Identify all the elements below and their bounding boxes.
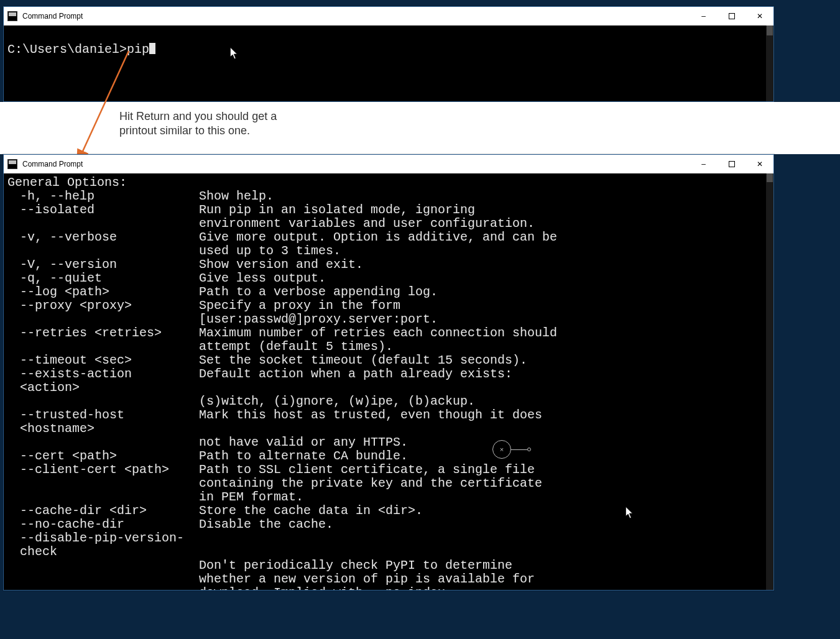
option-flag: --timeout <sec> <box>20 354 199 367</box>
cmd-icon <box>7 159 17 169</box>
option-description: Show help. <box>199 190 274 203</box>
terminal-top[interactable]: C:\Users\daniel>pip <box>4 25 766 101</box>
window-title: Command Prompt <box>22 12 83 21</box>
option-flag: -q, --quiet <box>20 272 199 285</box>
option-flag: -h, --help <box>20 190 199 203</box>
option-flag: --exists-action <action> <box>20 367 199 395</box>
instruction-banner: Hit Return and you should get a printout… <box>0 102 840 154</box>
option-flag: --no-cache-dir <box>20 518 199 531</box>
option-row: --retries <retries>Maximum number of ret… <box>7 326 765 340</box>
scrollbar-bottom[interactable] <box>766 173 773 590</box>
option-description: Set the socket timeout (default 15 secon… <box>199 354 527 367</box>
option-row: --cache-dir <dir>Store the cache data in… <box>7 504 765 518</box>
cmd-window-bottom: Command Prompt – ✕ General Options:-h, -… <box>3 154 774 591</box>
option-description-cont: (s)witch, (i)gnore, (w)ipe, (b)ackup. <box>7 395 765 408</box>
option-row: -V, --versionShow version and exit. <box>7 258 765 272</box>
option-description: Path to a verbose appending log. <box>199 285 438 299</box>
option-flag: --retries <retries> <box>20 326 199 340</box>
maximize-button[interactable] <box>718 7 745 25</box>
option-description-cont: [user:passwd@]proxy.server:port. <box>7 313 765 326</box>
option-flag: -V, --version <box>20 258 199 272</box>
instruction-line1: Hit Return and you should get a <box>119 109 337 124</box>
section-header: General Options: <box>7 176 765 190</box>
option-flag: --disable-pip-version-check <box>20 531 199 559</box>
option-description: Run pip in an isolated mode, ignoring <box>199 203 475 217</box>
terminal-bottom[interactable]: General Options:-h, --helpShow help.--is… <box>4 173 766 590</box>
option-flag: --log <path> <box>20 285 199 299</box>
option-description: Specify a proxy in the form <box>199 299 400 313</box>
option-description: Path to alternate CA bundle. <box>199 449 408 463</box>
option-description-cont: used up to 3 times. <box>7 244 765 258</box>
option-flag: --isolated <box>20 203 199 217</box>
scroll-thumb[interactable] <box>767 173 773 182</box>
option-row: --timeout <sec>Set the socket timeout (d… <box>7 354 765 367</box>
titlebar-bottom[interactable]: Command Prompt – ✕ <box>4 155 773 173</box>
option-row: -q, --quietGive less output. <box>7 272 765 285</box>
option-description: Disable the cache. <box>199 518 333 531</box>
option-row: -h, --helpShow help. <box>7 190 765 203</box>
cmd-window-top: Command Prompt – ✕ C:\Users\daniel>pip <box>3 6 774 102</box>
minimize-button[interactable]: – <box>690 155 718 173</box>
option-flag: --cache-dir <dir> <box>20 504 199 518</box>
option-description-cont: whether a new version of pip is availabl… <box>7 572 765 586</box>
titlebar-top[interactable]: Command Prompt – ✕ <box>4 7 773 25</box>
option-flag: --cert <path> <box>20 449 199 463</box>
option-description-cont: not have valid or any HTTPS. <box>7 436 765 449</box>
option-row: --disable-pip-version-check <box>7 531 765 559</box>
close-icon[interactable]: × <box>492 440 511 459</box>
option-row: --cert <path>Path to alternate CA bundle… <box>7 449 765 463</box>
annotation-endpoint <box>527 448 531 451</box>
option-row: --no-cache-dirDisable the cache. <box>7 518 765 531</box>
option-description-cont: environment variables and user configura… <box>7 217 765 231</box>
prompt: C:\Users\daniel> <box>7 42 127 57</box>
close-button[interactable]: ✕ <box>745 7 773 25</box>
cmd-icon <box>7 11 17 21</box>
window-title: Command Prompt <box>22 160 83 168</box>
option-description: Mark this host as trusted, even though i… <box>199 408 542 422</box>
annotation-connector <box>511 449 527 450</box>
option-row: --log <path>Path to a verbose appending … <box>7 285 765 299</box>
option-row: --isolatedRun pip in an isolated mode, i… <box>7 203 765 217</box>
option-row: --exists-action <action>Default action w… <box>7 367 765 395</box>
option-description-cont: in PEM format. <box>7 490 765 504</box>
minimize-button[interactable]: – <box>690 7 718 25</box>
maximize-button[interactable] <box>718 155 745 173</box>
option-description: Store the cache data in <dir>. <box>199 504 423 518</box>
option-row: -v, --verboseGive more output. Option is… <box>7 231 765 244</box>
option-description-cont: download. Implied with --no-index. <box>7 586 765 590</box>
option-description: Give less output. <box>199 272 326 285</box>
option-row: --client-cert <path>Path to SSL client c… <box>7 463 765 477</box>
option-description: Show version and exit. <box>199 258 363 272</box>
option-description: Maximum number of retries each connectio… <box>199 326 557 340</box>
scrollbar-top[interactable] <box>766 25 773 101</box>
option-flag: --proxy <proxy> <box>20 299 199 313</box>
option-description: Give more output. Option is additive, an… <box>199 231 557 244</box>
typed-command: pip <box>127 42 149 57</box>
option-flag: --client-cert <path> <box>20 463 199 477</box>
instruction-line2: printout similar to this one. <box>119 124 337 138</box>
option-flag: --trusted-host <hostname> <box>20 408 199 436</box>
option-row: --trusted-host <hostname>Mark this host … <box>7 408 765 436</box>
option-description-cont: containing the private key and the certi… <box>7 477 765 490</box>
option-flag: -v, --verbose <box>20 231 199 244</box>
option-row: --proxy <proxy>Specify a proxy in the fo… <box>7 299 765 313</box>
option-description: Path to SSL client certificate, a single… <box>199 463 535 477</box>
svg-rect-0 <box>729 14 734 19</box>
option-description: Default action when a path already exist… <box>199 367 512 381</box>
scroll-thumb[interactable] <box>767 25 773 35</box>
close-button[interactable]: ✕ <box>745 155 773 173</box>
option-description-cont: Don't periodically check PyPI to determi… <box>7 559 765 572</box>
option-description-cont: attempt (default 5 times). <box>7 340 765 354</box>
cursor <box>149 43 155 54</box>
svg-rect-3 <box>729 162 734 167</box>
